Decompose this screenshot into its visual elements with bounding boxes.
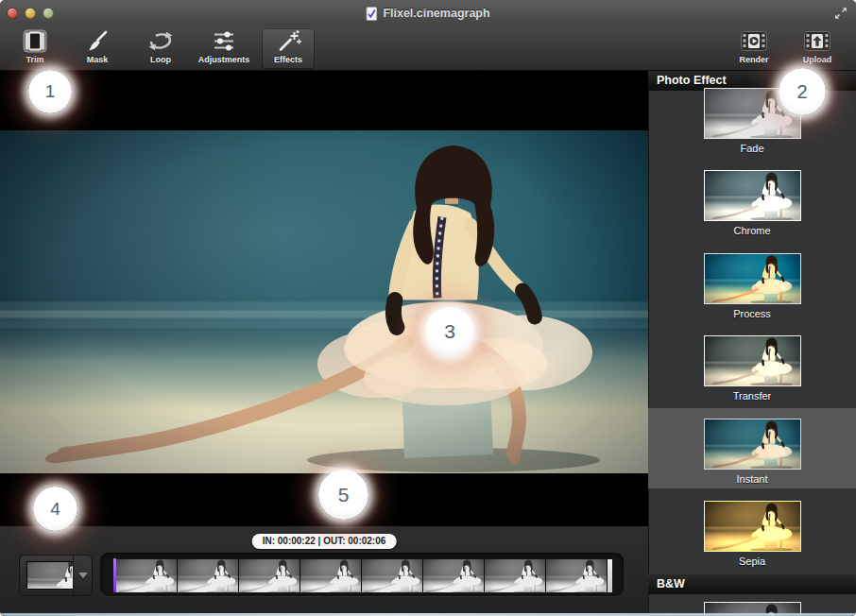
sliders-icon [212, 28, 236, 54]
effects-button[interactable]: Effects [262, 28, 315, 69]
toolbar: Trim Mask Loop [0, 26, 856, 71]
instant-label: Instant [648, 473, 856, 485]
transfer-label: Transfer [648, 390, 856, 402]
document-icon [366, 7, 377, 21]
mask-button[interactable]: Mask [72, 28, 123, 69]
window-title: Flixel.cinemagraph [383, 7, 489, 20]
chevron-down-icon [78, 573, 88, 578]
upload-button[interactable]: Upload [795, 28, 840, 69]
adjustments-label: Adjustments [198, 55, 250, 64]
effect-item-process[interactable]: Process [648, 253, 856, 319]
timeline-frames[interactable] [116, 559, 612, 592]
trim-label: Trim [26, 55, 43, 64]
window-title-group: Flixel.cinemagraph [366, 0, 489, 26]
loop-icon [147, 28, 174, 54]
process-thumbnail [704, 253, 801, 304]
timeline-frame[interactable] [300, 559, 362, 592]
filmstrip-play-icon [741, 28, 767, 54]
effects-sidebar: Photo Effect Fade Chrome Process Transfe [648, 71, 856, 616]
close-button[interactable] [7, 8, 18, 19]
clip-dropdown-button[interactable] [73, 556, 92, 595]
callout-5: 5 [318, 470, 368, 520]
transfer-thumbnail [704, 335, 801, 386]
callout-4: 4 [33, 487, 77, 531]
expand-arrows-icon[interactable] [833, 6, 848, 21]
trim-icon [23, 28, 47, 54]
chrome-label: Chrome [648, 225, 856, 236]
loop-label: Loop [150, 55, 171, 64]
mask-label: Mask [87, 55, 109, 64]
chrome-thumbnail [704, 170, 801, 221]
playhead-marker[interactable] [113, 558, 116, 592]
title-bar: Flixel.cinemagraph [0, 0, 856, 26]
render-button[interactable]: Render [731, 28, 777, 69]
timeline-end-cap [608, 559, 612, 592]
in-out-time-badge: IN: 00:00:22 | OUT: 00:02:06 [252, 534, 397, 549]
timeline-panel: IN: 00:00:22 | OUT: 00:02:06 [0, 526, 648, 616]
brush-icon [85, 28, 110, 54]
magic-wand-icon [276, 28, 301, 54]
callout-1: 1 [28, 70, 72, 113]
timeline-frame[interactable] [178, 559, 239, 592]
trim-button[interactable]: Trim [9, 28, 60, 69]
cinemagraph-preview-image [0, 130, 648, 473]
callout-2: 2 [779, 68, 826, 115]
callout-3: 3 [425, 307, 474, 356]
effect-item-bw-partial[interactable] [648, 602, 856, 616]
fade-label: Fade [648, 143, 856, 154]
bw-section-header: B&W [648, 574, 856, 594]
filmstrip-timeline[interactable] [100, 553, 624, 596]
effect-item-chrome[interactable]: Chrome [648, 170, 856, 236]
effects-label: Effects [274, 55, 302, 64]
sepia-thumbnail [704, 501, 801, 552]
preview-canvas [0, 71, 648, 526]
effect-item-sepia[interactable]: Sepia [648, 501, 856, 567]
timeline-frame[interactable] [485, 559, 546, 592]
effect-item-instant[interactable]: Instant [648, 419, 856, 485]
timeline-frame[interactable] [239, 559, 300, 592]
minimize-button[interactable] [25, 8, 36, 19]
bw-thumbnail [704, 602, 801, 616]
app-window: Flixel.cinemagraph Trim [0, 0, 856, 616]
timeline-frame[interactable] [546, 559, 608, 592]
traffic-lights [7, 8, 54, 19]
instant-thumbnail [704, 419, 801, 470]
clip-preview-selector[interactable] [19, 555, 93, 596]
render-label: Render [739, 55, 768, 64]
sepia-label: Sepia [648, 556, 856, 567]
clip-preview-thumbnail [26, 561, 74, 590]
zoom-button[interactable] [43, 8, 54, 19]
adjustments-button[interactable]: Adjustments [192, 28, 256, 69]
filmstrip-upload-icon [804, 28, 830, 54]
effect-item-transfer[interactable]: Transfer [648, 335, 856, 402]
process-label: Process [648, 308, 856, 319]
timeline-frame[interactable] [362, 559, 423, 592]
timeline-frame[interactable] [423, 559, 485, 592]
timeline-frame[interactable] [116, 559, 178, 592]
loop-button[interactable]: Loop [135, 28, 186, 69]
upload-label: Upload [803, 55, 832, 64]
